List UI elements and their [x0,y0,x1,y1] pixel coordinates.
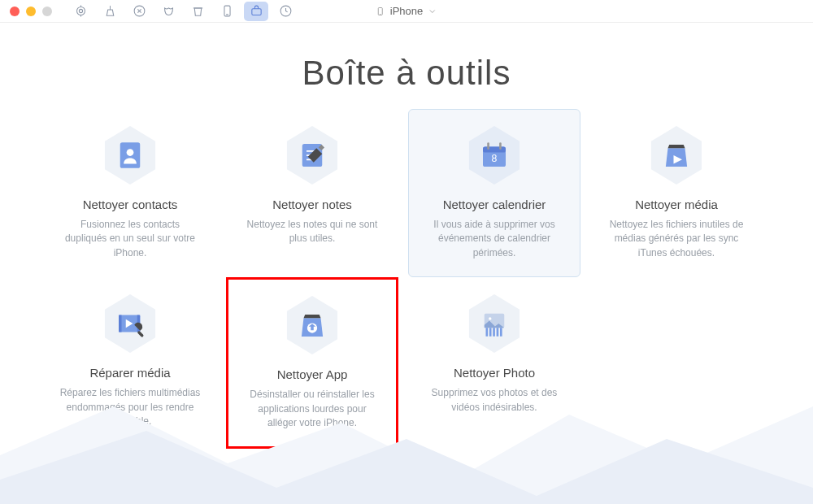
svg-rect-23 [119,315,122,332]
calendar-icon: 8 [466,124,523,186]
tool-photo[interactable]: Nettoyer Photo Supprimez vos photos et d… [408,277,580,449]
tool-title: Nettoyer contacts [56,198,204,211]
svg-rect-16 [487,142,489,150]
tool-repair-media[interactable]: Réparer média Réparez les fichiers multi… [44,277,216,449]
svg-point-0 [79,9,82,12]
photo-icon [466,293,523,354]
svg-text:8: 8 [492,153,498,164]
close-window-button[interactable] [10,7,20,16]
tool-title: Nettoyer App [240,367,385,381]
tab-trash-icon[interactable] [185,2,210,21]
tab-mask-icon[interactable] [156,2,180,21]
chevron-down-icon [428,6,437,17]
repair-media-icon [102,293,159,354]
tool-title: Nettoyer notes [238,198,386,211]
svg-rect-26 [137,331,145,338]
toolbar: iPhone [0,0,813,23]
media-icon [648,124,705,186]
tool-title: Réparer média [56,366,204,380]
tab-airplay-icon[interactable] [68,2,93,21]
tools-grid: Nettoyer contacts Fusionnez les contacts… [0,109,813,449]
notes-icon [284,124,341,186]
tab-toolbox-icon[interactable] [244,2,268,21]
tool-notes[interactable]: Nettoyer notes Nettoyez les notes qui ne… [226,109,398,277]
tool-title: Nettoyer calendrier [420,198,568,211]
svg-rect-33 [489,328,492,337]
tab-clean-icon[interactable] [98,2,122,21]
maximize-window-button[interactable] [42,7,52,16]
page-title: Boîte à outils [0,54,813,93]
tool-title: Nettoyer Photo [420,366,568,380]
svg-rect-4 [251,9,260,15]
device-phone-icon [376,6,385,17]
device-label: iPhone [390,5,423,17]
svg-rect-34 [493,328,495,337]
app-icon [284,294,341,356]
tool-desc: Désinstaller ou réinstaller les applicat… [240,388,385,430]
tab-safari-icon[interactable] [127,2,151,21]
contacts-icon [102,124,159,186]
tool-desc: Nettoyez les fichiers inutiles de médias… [602,218,750,260]
svg-point-1 [76,7,85,15]
svg-rect-32 [486,328,489,337]
tool-desc: Supprimez vos photos et des vidéos indés… [420,386,568,415]
tool-media[interactable]: Nettoyer média Nettoyez les fichiers inu… [590,109,763,277]
tab-history-icon[interactable] [273,2,298,21]
svg-rect-36 [500,328,502,337]
tool-contacts[interactable]: Nettoyer contacts Fusionnez les contacts… [44,109,216,277]
minimize-window-button[interactable] [26,7,36,16]
tool-app[interactable]: Nettoyer App Désinstaller ou réinstaller… [226,277,398,449]
tool-desc: Nettoyez les notes qui ne sont plus util… [238,218,386,246]
svg-rect-17 [499,142,502,150]
tab-device-icon[interactable] [215,2,239,21]
tool-calendar[interactable]: 8 Nettoyer calendrier Il vous aide à sup… [408,109,580,277]
tool-title: Nettoyer média [602,198,750,211]
device-selector[interactable]: iPhone [376,5,437,17]
svg-rect-15 [483,147,506,153]
window-controls [10,7,52,16]
svg-point-9 [127,149,134,156]
tool-desc: Fusionnez les contacts dupliqués en un s… [56,218,204,260]
svg-point-31 [489,317,492,320]
tool-desc: Il vous aide à supprimer vos événements … [420,218,568,260]
tool-desc: Réparez les fichiers multimédias endomma… [56,386,204,428]
svg-rect-35 [497,328,499,337]
